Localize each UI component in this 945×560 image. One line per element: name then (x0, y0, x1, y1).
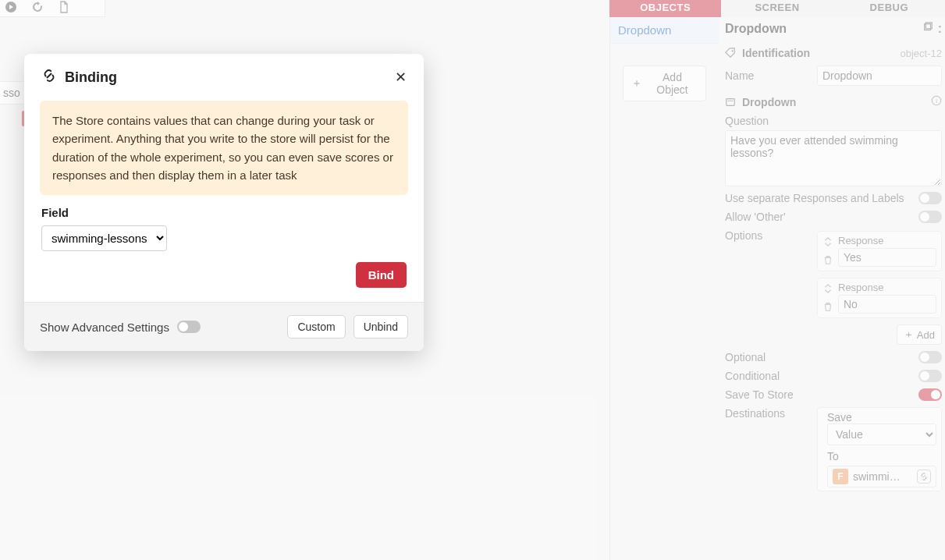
advanced-toggle[interactable] (177, 321, 201, 333)
unbind-button[interactable]: Unbind (353, 315, 408, 338)
link-icon (41, 68, 57, 87)
modal-info: The Store contains values that can chang… (40, 101, 408, 195)
bind-button[interactable]: Bind (356, 262, 407, 288)
custom-button[interactable]: Custom (287, 315, 345, 338)
field-select[interactable]: swimming-lessons (41, 225, 167, 251)
close-icon[interactable]: ✕ (395, 69, 407, 86)
field-label: Field (24, 206, 424, 219)
advanced-settings-label: Show Advanced Settings (40, 321, 201, 334)
binding-modal: Binding ✕ The Store contains values that… (24, 54, 424, 351)
modal-title: Binding (65, 69, 117, 86)
